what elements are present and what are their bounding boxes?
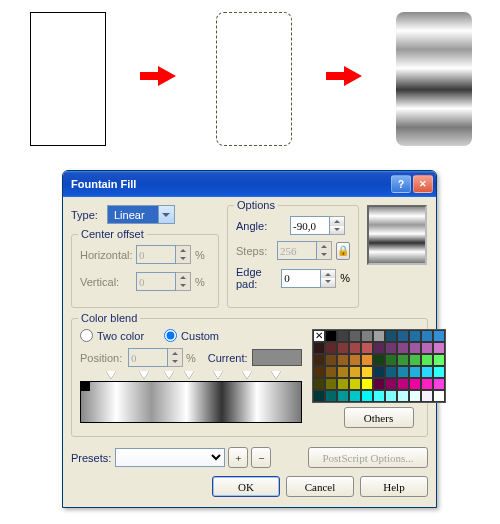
help-button[interactable]: Help xyxy=(360,476,428,497)
rect-filled xyxy=(396,12,472,146)
palette-swatch[interactable] xyxy=(409,354,421,366)
preset-add-button[interactable]: + xyxy=(228,447,248,468)
position-label: Position: xyxy=(80,352,128,364)
palette-swatch[interactable] xyxy=(409,342,421,354)
palette-swatch[interactable] xyxy=(349,378,361,390)
fountain-fill-dialog: Fountain Fill Type: Linear Center offset… xyxy=(62,170,437,508)
palette-swatch[interactable] xyxy=(409,330,421,342)
angle-stepper[interactable] xyxy=(290,216,345,235)
rect-sharp xyxy=(30,12,106,146)
palette-swatch[interactable] xyxy=(373,342,385,354)
palette-swatch[interactable] xyxy=(325,390,337,402)
gradient-preview[interactable] xyxy=(367,205,427,265)
palette-swatch[interactable] xyxy=(385,354,397,366)
palette-swatch[interactable] xyxy=(397,342,409,354)
current-label: Current: xyxy=(208,352,248,364)
palette-swatch[interactable] xyxy=(337,366,349,378)
palette-swatch[interactable] xyxy=(409,390,421,402)
presets-select[interactable] xyxy=(115,448,225,467)
palette-swatch[interactable] xyxy=(373,330,385,342)
palette-swatch[interactable] xyxy=(325,354,337,366)
palette-swatch[interactable] xyxy=(421,378,433,390)
palette-swatch[interactable] xyxy=(313,354,325,366)
gradient-editor[interactable] xyxy=(80,371,302,423)
palette-swatch[interactable] xyxy=(409,366,421,378)
palette-swatch[interactable] xyxy=(373,378,385,390)
palette-swatch[interactable] xyxy=(385,378,397,390)
palette-swatch[interactable] xyxy=(337,390,349,402)
palette-swatch[interactable] xyxy=(385,366,397,378)
palette-swatch[interactable] xyxy=(349,354,361,366)
preset-remove-button[interactable]: − xyxy=(251,447,271,468)
lock-icon[interactable]: 🔒 xyxy=(336,242,350,260)
palette-swatch[interactable] xyxy=(421,330,433,342)
postscript-button: PostScript Options... xyxy=(308,447,428,468)
cancel-button[interactable]: Cancel xyxy=(286,476,354,497)
ok-button[interactable]: OK xyxy=(212,476,280,497)
palette-swatch[interactable] xyxy=(433,330,445,342)
palette-swatch[interactable] xyxy=(397,330,409,342)
palette-swatch[interactable] xyxy=(373,354,385,366)
vertical-label: Vertical: xyxy=(80,276,136,288)
center-offset-group: Center offset Horizontal: % Vertical: xyxy=(71,234,219,308)
palette-swatch[interactable] xyxy=(349,390,361,402)
palette-swatch[interactable] xyxy=(433,390,445,402)
palette-swatch[interactable] xyxy=(313,390,325,402)
palette-swatch[interactable] xyxy=(421,366,433,378)
palette-swatch[interactable] xyxy=(397,390,409,402)
palette-swatch[interactable] xyxy=(421,354,433,366)
titlebar[interactable]: Fountain Fill xyxy=(63,171,436,197)
palette-swatch[interactable] xyxy=(313,330,325,342)
palette-swatch[interactable] xyxy=(325,378,337,390)
palette-swatch[interactable] xyxy=(385,330,397,342)
angle-label: Angle: xyxy=(236,220,290,232)
palette-swatch[interactable] xyxy=(337,342,349,354)
palette-swatch[interactable] xyxy=(325,330,337,342)
palette-swatch[interactable] xyxy=(409,378,421,390)
palette-swatch[interactable] xyxy=(433,378,445,390)
rect-rounded xyxy=(216,12,292,146)
palette-swatch[interactable] xyxy=(421,342,433,354)
palette-swatch[interactable] xyxy=(361,378,373,390)
palette-swatch[interactable] xyxy=(385,342,397,354)
palette-swatch[interactable] xyxy=(385,390,397,402)
palette-swatch[interactable] xyxy=(313,342,325,354)
palette-swatch[interactable] xyxy=(361,342,373,354)
palette-swatch[interactable] xyxy=(337,354,349,366)
palette-swatch[interactable] xyxy=(325,366,337,378)
palette-swatch[interactable] xyxy=(397,366,409,378)
palette-swatch[interactable] xyxy=(337,330,349,342)
palette-swatch[interactable] xyxy=(313,378,325,390)
others-button[interactable]: Others xyxy=(344,407,414,428)
type-select[interactable]: Linear xyxy=(107,205,175,224)
palette-swatch[interactable] xyxy=(433,366,445,378)
steps-label: Steps: xyxy=(236,245,277,257)
palette-swatch[interactable] xyxy=(373,390,385,402)
palette-swatch[interactable] xyxy=(421,390,433,402)
palette-swatch[interactable] xyxy=(325,342,337,354)
palette-swatch[interactable] xyxy=(349,330,361,342)
palette-swatch[interactable] xyxy=(349,342,361,354)
close-icon[interactable] xyxy=(413,175,433,193)
dialog-title: Fountain Fill xyxy=(71,178,136,190)
palette-swatch[interactable] xyxy=(397,378,409,390)
palette-swatch[interactable] xyxy=(433,354,445,366)
color-palette[interactable] xyxy=(312,329,446,403)
palette-swatch[interactable] xyxy=(313,366,325,378)
palette-swatch[interactable] xyxy=(433,342,445,354)
palette-swatch[interactable] xyxy=(361,366,373,378)
edgepad-stepper[interactable] xyxy=(281,269,336,288)
horizontal-stepper xyxy=(136,245,191,264)
current-color-well[interactable] xyxy=(252,349,302,366)
type-label: Type: xyxy=(71,209,107,221)
palette-swatch[interactable] xyxy=(361,330,373,342)
palette-swatch[interactable] xyxy=(361,354,373,366)
palette-swatch[interactable] xyxy=(397,354,409,366)
custom-radio[interactable]: Custom xyxy=(164,329,219,342)
help-icon[interactable] xyxy=(391,175,411,193)
palette-swatch[interactable] xyxy=(373,366,385,378)
palette-swatch[interactable] xyxy=(337,378,349,390)
palette-swatch[interactable] xyxy=(349,366,361,378)
two-color-radio[interactable]: Two color xyxy=(80,329,144,342)
palette-swatch[interactable] xyxy=(361,390,373,402)
